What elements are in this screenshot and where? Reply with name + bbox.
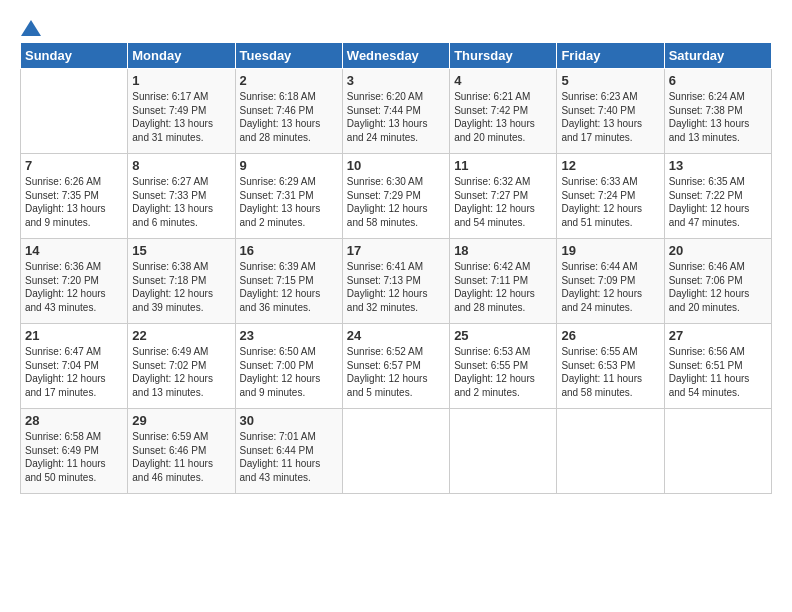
day-number: 20 bbox=[669, 243, 767, 258]
day-number: 29 bbox=[132, 413, 230, 428]
calendar-day-cell: 26Sunrise: 6:55 AM Sunset: 6:53 PM Dayli… bbox=[557, 324, 664, 409]
calendar-day-cell: 28Sunrise: 6:58 AM Sunset: 6:49 PM Dayli… bbox=[21, 409, 128, 494]
calendar-body: 1Sunrise: 6:17 AM Sunset: 7:49 PM Daylig… bbox=[21, 69, 772, 494]
calendar-day-cell: 18Sunrise: 6:42 AM Sunset: 7:11 PM Dayli… bbox=[450, 239, 557, 324]
calendar-table: SundayMondayTuesdayWednesdayThursdayFrid… bbox=[20, 42, 772, 494]
day-info: Sunrise: 6:33 AM Sunset: 7:24 PM Dayligh… bbox=[561, 175, 659, 229]
calendar-day-cell bbox=[450, 409, 557, 494]
calendar-day-cell: 29Sunrise: 6:59 AM Sunset: 6:46 PM Dayli… bbox=[128, 409, 235, 494]
calendar-week-row: 14Sunrise: 6:36 AM Sunset: 7:20 PM Dayli… bbox=[21, 239, 772, 324]
calendar-week-row: 28Sunrise: 6:58 AM Sunset: 6:49 PM Dayli… bbox=[21, 409, 772, 494]
page-header bbox=[20, 20, 772, 32]
svg-marker-0 bbox=[21, 20, 41, 36]
day-info: Sunrise: 6:27 AM Sunset: 7:33 PM Dayligh… bbox=[132, 175, 230, 229]
day-number: 7 bbox=[25, 158, 123, 173]
day-info: Sunrise: 6:24 AM Sunset: 7:38 PM Dayligh… bbox=[669, 90, 767, 144]
day-info: Sunrise: 6:52 AM Sunset: 6:57 PM Dayligh… bbox=[347, 345, 445, 399]
day-number: 6 bbox=[669, 73, 767, 88]
day-number: 14 bbox=[25, 243, 123, 258]
calendar-day-cell bbox=[664, 409, 771, 494]
day-number: 17 bbox=[347, 243, 445, 258]
day-number: 13 bbox=[669, 158, 767, 173]
day-info: Sunrise: 6:17 AM Sunset: 7:49 PM Dayligh… bbox=[132, 90, 230, 144]
day-number: 4 bbox=[454, 73, 552, 88]
day-info: Sunrise: 6:53 AM Sunset: 6:55 PM Dayligh… bbox=[454, 345, 552, 399]
day-info: Sunrise: 6:49 AM Sunset: 7:02 PM Dayligh… bbox=[132, 345, 230, 399]
calendar-week-row: 21Sunrise: 6:47 AM Sunset: 7:04 PM Dayli… bbox=[21, 324, 772, 409]
calendar-day-cell: 19Sunrise: 6:44 AM Sunset: 7:09 PM Dayli… bbox=[557, 239, 664, 324]
day-info: Sunrise: 6:18 AM Sunset: 7:46 PM Dayligh… bbox=[240, 90, 338, 144]
logo bbox=[20, 20, 42, 32]
day-number: 2 bbox=[240, 73, 338, 88]
day-info: Sunrise: 6:35 AM Sunset: 7:22 PM Dayligh… bbox=[669, 175, 767, 229]
day-info: Sunrise: 6:26 AM Sunset: 7:35 PM Dayligh… bbox=[25, 175, 123, 229]
weekday-header: Friday bbox=[557, 43, 664, 69]
day-number: 18 bbox=[454, 243, 552, 258]
calendar-day-cell: 2Sunrise: 6:18 AM Sunset: 7:46 PM Daylig… bbox=[235, 69, 342, 154]
day-info: Sunrise: 6:38 AM Sunset: 7:18 PM Dayligh… bbox=[132, 260, 230, 314]
calendar-day-cell: 14Sunrise: 6:36 AM Sunset: 7:20 PM Dayli… bbox=[21, 239, 128, 324]
day-number: 11 bbox=[454, 158, 552, 173]
day-number: 5 bbox=[561, 73, 659, 88]
calendar-day-cell bbox=[557, 409, 664, 494]
day-number: 1 bbox=[132, 73, 230, 88]
calendar-day-cell: 30Sunrise: 7:01 AM Sunset: 6:44 PM Dayli… bbox=[235, 409, 342, 494]
day-info: Sunrise: 6:20 AM Sunset: 7:44 PM Dayligh… bbox=[347, 90, 445, 144]
day-info: Sunrise: 6:39 AM Sunset: 7:15 PM Dayligh… bbox=[240, 260, 338, 314]
day-info: Sunrise: 6:50 AM Sunset: 7:00 PM Dayligh… bbox=[240, 345, 338, 399]
logo-icon bbox=[21, 20, 41, 36]
calendar-day-cell: 6Sunrise: 6:24 AM Sunset: 7:38 PM Daylig… bbox=[664, 69, 771, 154]
weekday-header: Sunday bbox=[21, 43, 128, 69]
day-number: 21 bbox=[25, 328, 123, 343]
calendar-day-cell: 25Sunrise: 6:53 AM Sunset: 6:55 PM Dayli… bbox=[450, 324, 557, 409]
day-info: Sunrise: 6:47 AM Sunset: 7:04 PM Dayligh… bbox=[25, 345, 123, 399]
day-number: 23 bbox=[240, 328, 338, 343]
calendar-day-cell bbox=[21, 69, 128, 154]
calendar-day-cell: 12Sunrise: 6:33 AM Sunset: 7:24 PM Dayli… bbox=[557, 154, 664, 239]
day-number: 19 bbox=[561, 243, 659, 258]
day-number: 22 bbox=[132, 328, 230, 343]
calendar-day-cell: 17Sunrise: 6:41 AM Sunset: 7:13 PM Dayli… bbox=[342, 239, 449, 324]
day-info: Sunrise: 6:41 AM Sunset: 7:13 PM Dayligh… bbox=[347, 260, 445, 314]
calendar-day-cell: 13Sunrise: 6:35 AM Sunset: 7:22 PM Dayli… bbox=[664, 154, 771, 239]
day-number: 27 bbox=[669, 328, 767, 343]
calendar-day-cell: 20Sunrise: 6:46 AM Sunset: 7:06 PM Dayli… bbox=[664, 239, 771, 324]
day-number: 3 bbox=[347, 73, 445, 88]
calendar-day-cell: 3Sunrise: 6:20 AM Sunset: 7:44 PM Daylig… bbox=[342, 69, 449, 154]
weekday-header: Saturday bbox=[664, 43, 771, 69]
day-number: 10 bbox=[347, 158, 445, 173]
weekday-header: Thursday bbox=[450, 43, 557, 69]
calendar-day-cell: 11Sunrise: 6:32 AM Sunset: 7:27 PM Dayli… bbox=[450, 154, 557, 239]
calendar-day-cell: 1Sunrise: 6:17 AM Sunset: 7:49 PM Daylig… bbox=[128, 69, 235, 154]
day-number: 16 bbox=[240, 243, 338, 258]
calendar-day-cell: 5Sunrise: 6:23 AM Sunset: 7:40 PM Daylig… bbox=[557, 69, 664, 154]
day-info: Sunrise: 6:32 AM Sunset: 7:27 PM Dayligh… bbox=[454, 175, 552, 229]
day-number: 25 bbox=[454, 328, 552, 343]
calendar-week-row: 1Sunrise: 6:17 AM Sunset: 7:49 PM Daylig… bbox=[21, 69, 772, 154]
calendar-day-cell: 27Sunrise: 6:56 AM Sunset: 6:51 PM Dayli… bbox=[664, 324, 771, 409]
calendar-day-cell bbox=[342, 409, 449, 494]
calendar-day-cell: 22Sunrise: 6:49 AM Sunset: 7:02 PM Dayli… bbox=[128, 324, 235, 409]
weekday-header: Wednesday bbox=[342, 43, 449, 69]
calendar-header: SundayMondayTuesdayWednesdayThursdayFrid… bbox=[21, 43, 772, 69]
calendar-day-cell: 16Sunrise: 6:39 AM Sunset: 7:15 PM Dayli… bbox=[235, 239, 342, 324]
day-number: 28 bbox=[25, 413, 123, 428]
day-info: Sunrise: 6:23 AM Sunset: 7:40 PM Dayligh… bbox=[561, 90, 659, 144]
day-info: Sunrise: 6:46 AM Sunset: 7:06 PM Dayligh… bbox=[669, 260, 767, 314]
day-info: Sunrise: 6:30 AM Sunset: 7:29 PM Dayligh… bbox=[347, 175, 445, 229]
day-number: 9 bbox=[240, 158, 338, 173]
calendar-week-row: 7Sunrise: 6:26 AM Sunset: 7:35 PM Daylig… bbox=[21, 154, 772, 239]
day-info: Sunrise: 6:21 AM Sunset: 7:42 PM Dayligh… bbox=[454, 90, 552, 144]
calendar-day-cell: 24Sunrise: 6:52 AM Sunset: 6:57 PM Dayli… bbox=[342, 324, 449, 409]
calendar-day-cell: 4Sunrise: 6:21 AM Sunset: 7:42 PM Daylig… bbox=[450, 69, 557, 154]
weekday-header: Tuesday bbox=[235, 43, 342, 69]
day-number: 24 bbox=[347, 328, 445, 343]
day-info: Sunrise: 6:55 AM Sunset: 6:53 PM Dayligh… bbox=[561, 345, 659, 399]
weekday-header: Monday bbox=[128, 43, 235, 69]
day-info: Sunrise: 6:44 AM Sunset: 7:09 PM Dayligh… bbox=[561, 260, 659, 314]
day-number: 30 bbox=[240, 413, 338, 428]
day-info: Sunrise: 6:29 AM Sunset: 7:31 PM Dayligh… bbox=[240, 175, 338, 229]
weekday-row: SundayMondayTuesdayWednesdayThursdayFrid… bbox=[21, 43, 772, 69]
day-info: Sunrise: 6:36 AM Sunset: 7:20 PM Dayligh… bbox=[25, 260, 123, 314]
calendar-day-cell: 23Sunrise: 6:50 AM Sunset: 7:00 PM Dayli… bbox=[235, 324, 342, 409]
